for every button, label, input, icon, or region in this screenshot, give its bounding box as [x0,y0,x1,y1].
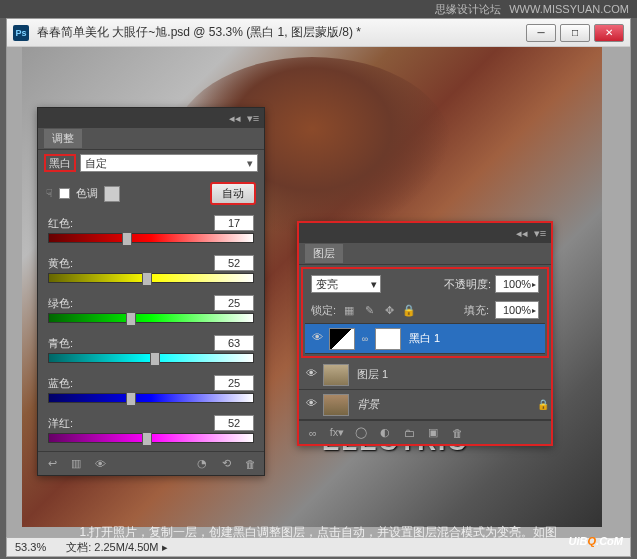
slider-track[interactable] [48,233,254,243]
tint-swatch[interactable] [104,186,120,202]
watermark: UiBQ.CoM [569,531,623,549]
tutorial-caption: 1.打开照片，复制一层，创建黑白调整图层，点击自动，并设置图层混合模式为变亮。如… [0,524,637,541]
new-layer-icon[interactable]: ▣ [425,426,441,439]
layer-thumb-icon[interactable] [323,364,349,386]
layer-copy[interactable]: 👁 图层 1 [299,360,551,390]
layer-name[interactable]: 图层 1 [357,367,388,382]
delete-layer-icon[interactable]: 🗑 [449,427,465,439]
slider-value[interactable]: 25 [214,295,254,311]
lock-transparency-icon[interactable]: ▦ [342,304,356,317]
visibility-icon[interactable]: 👁 [303,367,319,383]
slider-thumb[interactable] [122,232,132,246]
tint-checkbox[interactable] [59,188,70,199]
lock-row: 锁定: ▦ ✎ ✥ 🔒 填充: 100% [305,297,545,323]
app-window: Ps 春春简单美化 大眼仔~旭.psd @ 53.3% (黑白 1, 图层蒙版/… [6,18,631,542]
layer-list: 👁 ∞ 黑白 1 [305,323,545,354]
slider-thumb[interactable] [142,432,152,446]
auto-button[interactable]: 自动 [210,182,256,205]
slider-track[interactable] [48,273,254,283]
close-button[interactable]: ✕ [594,24,624,42]
site-topbar: 思缘设计论坛 WWW.MISSYUAN.COM [0,0,637,18]
fill-label: 填充: [464,303,489,318]
slider-value[interactable]: 52 [214,415,254,431]
slider-track[interactable] [48,393,254,403]
fill-input[interactable]: 100% [495,301,539,319]
slider-value[interactable]: 25 [214,375,254,391]
layer-name[interactable]: 黑白 1 [409,331,440,346]
maximize-button[interactable]: □ [560,24,590,42]
layer-background[interactable]: 👁 背景 🔒 [299,390,551,420]
tint-row: ☟ 色调 自动 [38,176,264,211]
tab-adjustments[interactable]: 调整 [44,129,82,148]
bw-mode-label: 黑白 [44,154,76,172]
group-icon[interactable]: 🗀 [401,427,417,439]
scrub-icon[interactable]: ☟ [46,187,53,200]
slider-thumb[interactable] [126,392,136,406]
slider-label: 绿色: [48,296,73,311]
adjustment-layer-icon[interactable]: ◐ [377,426,393,439]
layers-panel-header: ◂◂ ▾≡ [299,223,551,243]
blend-mode-dropdown[interactable]: 变亮 [311,275,381,293]
adjust-tab-row: 调整 [38,128,264,150]
visibility-icon[interactable]: 👁 [92,458,108,470]
adjust-footer: ↩ ▥ 👁 ◔ ⟲ 🗑 [38,451,264,475]
slider-thumb[interactable] [150,352,160,366]
lock-all-icon[interactable]: 🔒 [402,304,416,317]
slider-row: 蓝色:25 [38,371,264,411]
clip-icon[interactable]: ◔ [194,457,210,470]
site-name: 思缘设计论坛 [435,2,501,17]
slider-track[interactable] [48,353,254,363]
mask-thumb-icon[interactable] [375,328,401,350]
layer-name[interactable]: 背景 [357,397,379,412]
doc-size: 文档: 2.25M/4.50M ▸ [66,540,167,555]
link-layers-icon[interactable]: ∞ [305,427,321,439]
collapse-icon[interactable]: ◂◂ [515,226,529,240]
slider-row: 红色:17 [38,211,264,251]
layers-icon[interactable]: ▥ [68,457,84,470]
link-icon: ∞ [359,334,371,344]
lock-icon: 🔒 [537,399,547,410]
slider-value[interactable]: 52 [214,255,254,271]
opacity-label: 不透明度: [444,277,491,292]
slider-value[interactable]: 63 [214,335,254,351]
slider-thumb[interactable] [126,312,136,326]
document-title: 春春简单美化 大眼仔~旭.psd @ 53.3% (黑白 1, 图层蒙版/8) … [37,24,526,41]
slider-track[interactable] [48,313,254,323]
fx-icon[interactable]: fx▾ [329,426,345,439]
visibility-icon[interactable]: 👁 [309,331,325,347]
slider-row: 洋红:52 [38,411,264,451]
layer-options-highlight: 变亮 不透明度: 100% 锁定: ▦ ✎ ✥ 🔒 填充: 100% 👁 [301,267,549,358]
preset-dropdown[interactable]: 自定 [80,154,258,172]
canvas-area[interactable]: ELECTRIC ◂◂ ▾≡ 调整 黑白 自定 ☟ 色调 自动 红色:17黄色: [7,47,630,541]
slider-label: 黄色: [48,256,73,271]
opacity-input[interactable]: 100% [495,275,539,293]
lock-position-icon[interactable]: ✥ [382,304,396,317]
zoom-level[interactable]: 53.3% [15,541,46,553]
visibility-icon[interactable]: 👁 [303,397,319,413]
layer-thumb-icon[interactable] [323,394,349,416]
adjustments-panel: ◂◂ ▾≡ 调整 黑白 自定 ☟ 色调 自动 红色:17黄色:52绿色:25青色… [37,107,265,476]
site-url: WWW.MISSYUAN.COM [509,3,629,15]
slider-label: 红色: [48,216,73,231]
trash-icon[interactable]: 🗑 [242,458,258,470]
reset-icon[interactable]: ⟲ [218,457,234,470]
slider-thumb[interactable] [142,272,152,286]
tab-layers[interactable]: 图层 [305,244,343,263]
return-icon[interactable]: ↩ [44,457,60,470]
panel-menu-icon[interactable]: ▾≡ [533,226,547,240]
panel-menu-icon[interactable]: ▾≡ [246,111,260,125]
collapse-icon[interactable]: ◂◂ [228,111,242,125]
lock-pixels-icon[interactable]: ✎ [362,304,376,317]
layer-bw-adjustment[interactable]: 👁 ∞ 黑白 1 [305,324,545,354]
titlebar: Ps 春春简单美化 大眼仔~旭.psd @ 53.3% (黑白 1, 图层蒙版/… [7,19,630,47]
adjust-panel-header: ◂◂ ▾≡ [38,108,264,128]
layers-tab-row: 图层 [299,243,551,265]
layers-footer: ∞ fx▾ ◯ ◐ 🗀 ▣ 🗑 [299,420,551,444]
slider-track[interactable] [48,433,254,443]
slider-row: 绿色:25 [38,291,264,331]
minimize-button[interactable]: ─ [526,24,556,42]
slider-row: 青色:63 [38,331,264,371]
mask-icon[interactable]: ◯ [353,426,369,439]
slider-value[interactable]: 17 [214,215,254,231]
adjustment-thumb-icon[interactable] [329,328,355,350]
